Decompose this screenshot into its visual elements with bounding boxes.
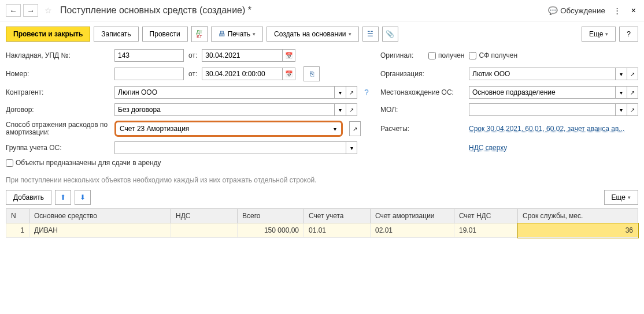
cell-amort-account[interactable]: 02.01 (371, 223, 454, 238)
vat-link[interactable]: НДС сверху (469, 144, 507, 152)
forward-button[interactable]: → (23, 4, 38, 17)
counterparty-input[interactable] (114, 86, 334, 99)
write-button[interactable]: Записать (94, 27, 138, 42)
counterparty-open[interactable]: ↗ (346, 86, 357, 99)
received-checkbox[interactable] (428, 52, 436, 59)
org-input[interactable] (469, 68, 615, 80)
amort-input[interactable] (117, 123, 329, 134)
tree-icon: ☱ (367, 30, 373, 38)
received-label: получен (438, 51, 464, 59)
assets-table: N Основное средство НДС Всего Счет учета… (6, 208, 638, 238)
cell-account[interactable]: 01.01 (304, 223, 371, 238)
rent-label: Объекты предназначены для сдачи в аренду (16, 159, 161, 167)
table-toolbar: Добавить ⬆ ⬇ Еще (0, 186, 644, 208)
copy-icon: ⎘ (310, 70, 314, 78)
counterparty-dropdown[interactable]: ▾ (334, 86, 346, 99)
arrow-up-icon: ⬆ (60, 193, 66, 201)
number-input[interactable] (114, 68, 184, 80)
rent-checkbox[interactable] (6, 159, 13, 167)
window-header: ← → ☆ Поступление основных средств (созд… (0, 0, 644, 21)
sf-received-checkbox[interactable] (469, 52, 476, 59)
col-amort-account[interactable]: Счет амортизации (371, 209, 454, 223)
back-button[interactable]: ← (6, 4, 21, 17)
calendar-icon: 📅 (285, 52, 293, 59)
print-label: Печать (228, 30, 250, 38)
sf-received-label: СФ получен (479, 51, 517, 59)
table-more-button[interactable]: Еще (604, 190, 638, 205)
rent-checkbox-wrap[interactable]: Объекты предназначены для сдачи в аренду (6, 159, 161, 167)
cell-asset[interactable]: ДИВАН (29, 223, 171, 238)
location-open[interactable]: ↗ (627, 86, 638, 99)
contract-dropdown[interactable]: ▾ (334, 103, 346, 116)
location-input[interactable] (469, 86, 615, 99)
discuss-button[interactable]: 💬 Обсуждение (548, 6, 605, 15)
original-label: Оригинал: (380, 51, 424, 59)
amort-dropdown[interactable]: ▾ (329, 123, 340, 134)
print-button[interactable]: 🖶 Печать (211, 27, 263, 42)
discuss-label: Обсуждение (560, 6, 605, 15)
col-asset[interactable]: Основное средство (29, 209, 171, 223)
group-dropdown[interactable]: ▾ (346, 141, 357, 154)
help-button[interactable]: ? (619, 27, 638, 42)
table-row[interactable]: 1 ДИВАН 150 000,00 01.01 02.01 19.01 36 (6, 223, 638, 238)
calc-label: Расчеты: (380, 125, 464, 133)
contract-label: Договор: (6, 106, 110, 114)
number-date-input[interactable] (202, 68, 283, 80)
sf-received-checkbox-wrap[interactable]: СФ получен (469, 51, 517, 59)
invoice-number-input[interactable] (114, 49, 184, 62)
counterparty-label: Контрагент: (6, 88, 110, 96)
print-icon: 🖶 (219, 30, 225, 38)
dtkt-button[interactable]: ДтКт (191, 26, 208, 42)
col-total[interactable]: Всего (238, 209, 304, 223)
mol-open[interactable]: ↗ (627, 103, 638, 116)
contract-open[interactable]: ↗ (346, 103, 357, 116)
move-up-button[interactable]: ⬆ (55, 190, 71, 205)
more-menu-button[interactable]: ⋮ (611, 4, 623, 17)
amort-open[interactable]: ↗ (349, 121, 361, 136)
cell-n[interactable]: 1 (6, 223, 29, 238)
amort-label: Способ отражения расходов по амортизации… (6, 121, 110, 136)
copy-date-button[interactable]: ⎘ (304, 66, 320, 81)
add-row-button[interactable]: Добавить (6, 190, 51, 205)
attach-button[interactable]: 📎 (382, 27, 398, 42)
mol-input[interactable] (469, 103, 615, 116)
invoice-date-input[interactable] (202, 49, 283, 62)
chat-icon: 💬 (548, 6, 558, 15)
calc-link[interactable]: Срок 30.04.2021, 60.01, 60.02, зачет ава… (469, 125, 624, 133)
contract-input[interactable] (114, 103, 334, 116)
favorite-button[interactable]: ☆ (40, 4, 55, 17)
col-account[interactable]: Счет учета (304, 209, 371, 223)
counterparty-hint-icon[interactable]: ? (364, 88, 369, 97)
col-vat-account[interactable]: Счет НДС (454, 209, 518, 223)
group-input[interactable] (114, 141, 346, 154)
invoice-label: Накладная, УПД №: (6, 51, 110, 59)
from-label-2: от: (188, 70, 197, 78)
post-and-close-button[interactable]: Провести и закрыть (6, 27, 90, 42)
col-life[interactable]: Срок службы, мес. (518, 209, 638, 223)
create-based-button[interactable]: Создать на основании (267, 27, 359, 42)
mol-dropdown[interactable]: ▾ (615, 103, 627, 116)
cell-vat-account[interactable]: 19.01 (454, 223, 518, 238)
received-checkbox-wrap[interactable]: получен (428, 51, 464, 59)
more-button[interactable]: Еще (582, 27, 616, 42)
arrow-down-icon: ⬇ (80, 193, 86, 201)
main-toolbar: Провести и закрыть Записать Провести ДтК… (0, 21, 644, 47)
col-n[interactable]: N (6, 209, 29, 223)
col-vat[interactable]: НДС (171, 209, 238, 223)
post-button[interactable]: Провести (142, 27, 188, 42)
page-title: Поступление основных средств (создание) … (60, 5, 548, 16)
structure-button[interactable]: ☱ (362, 27, 379, 42)
number-label: Номер: (6, 70, 110, 78)
org-open[interactable]: ↗ (627, 68, 638, 80)
invoice-date-calendar[interactable]: 📅 (283, 49, 295, 62)
close-button[interactable]: × (629, 3, 638, 17)
move-down-button[interactable]: ⬇ (75, 190, 91, 205)
cell-total[interactable]: 150 000,00 (238, 223, 304, 238)
org-label: Организация: (380, 70, 464, 78)
cell-vat[interactable] (171, 223, 238, 238)
amort-highlight: ▾ (114, 121, 343, 137)
location-dropdown[interactable]: ▾ (615, 86, 627, 99)
number-date-calendar[interactable]: 📅 (283, 68, 295, 80)
org-dropdown[interactable]: ▾ (615, 68, 627, 80)
cell-life[interactable]: 36 (518, 223, 638, 238)
